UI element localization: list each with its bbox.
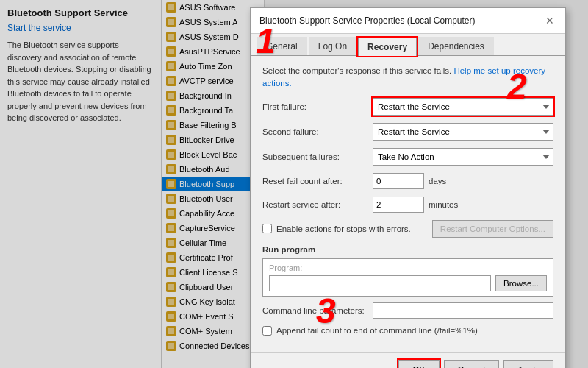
second-failure-row: Second failure: Restart the Service Take…: [262, 123, 553, 141]
append-label: Append fail count to end of command line…: [276, 326, 478, 335]
reset-fail-control: days: [373, 173, 553, 189]
restart-service-label: Restart service after:: [262, 200, 373, 209]
restart-service-input[interactable]: [373, 197, 424, 213]
properties-dialog: Bluetooth Support Service Properties (Lo…: [250, 7, 566, 368]
enable-actions-checkbox[interactable]: [262, 224, 272, 233]
cmd-params-row: Command line parameters:: [262, 302, 553, 319]
first-failure-select[interactable]: Restart the Service Take No Action Run a…: [373, 98, 553, 116]
tab-recovery[interactable]: Recovery: [358, 38, 417, 56]
reset-fail-row: Reset fail count after: days: [262, 173, 553, 189]
modal-overlay: Bluetooth Support Service Properties (Lo…: [0, 0, 588, 368]
restart-service-control: minutes: [373, 197, 553, 213]
cancel-button[interactable]: Cancel: [444, 360, 499, 369]
program-label: Program:: [269, 263, 547, 272]
tab-bar: General Log On Recovery Dependencies: [251, 34, 565, 56]
run-program-title: Run program: [262, 245, 553, 254]
subsequent-failure-label: Subsequent failures:: [262, 152, 373, 161]
first-failure-label: First failure:: [262, 102, 373, 111]
browse-button[interactable]: Browse...: [495, 275, 547, 291]
restart-service-unit: minutes: [429, 200, 458, 209]
recovery-help-link[interactable]: Help me set up recovery actions.: [262, 66, 545, 88]
cmd-params-input[interactable]: [373, 302, 553, 319]
tab-general[interactable]: General: [257, 37, 307, 55]
enable-actions-row: Enable actions for stops with errors. Re…: [262, 220, 553, 238]
second-failure-select[interactable]: Restart the Service Take No Action: [373, 123, 553, 141]
reset-fail-label: Reset fail count after:: [262, 177, 373, 185]
append-checkbox[interactable]: [262, 326, 272, 336]
subsequent-failure-select[interactable]: Take No Action Restart the Service: [373, 148, 553, 166]
close-button[interactable]: ✕: [543, 14, 556, 27]
first-failure-control: Restart the Service Take No Action Run a…: [373, 98, 553, 116]
second-failure-control: Restart the Service Take No Action: [373, 123, 553, 141]
run-program-box: Program: Browse...: [262, 258, 553, 297]
cmd-params-label: Command line parameters:: [262, 306, 373, 315]
append-row: Append fail count to end of command line…: [262, 326, 553, 336]
restart-computer-btn[interactable]: Restart Computer Options...: [432, 220, 553, 238]
subsequent-failure-control: Take No Action Restart the Service: [373, 148, 553, 166]
program-row: Browse...: [269, 275, 547, 291]
tab-logon[interactable]: Log On: [309, 37, 356, 55]
dialog-title: Bluetooth Support Service Properties (Lo…: [259, 15, 475, 26]
intro-text: Select the computer's response if this s…: [262, 65, 553, 91]
program-input[interactable]: [269, 275, 491, 291]
enable-actions-label: Enable actions for stops with errors.: [276, 224, 411, 233]
reset-fail-unit: days: [429, 177, 446, 185]
reset-fail-input[interactable]: [373, 173, 424, 189]
ok-button[interactable]: OK: [398, 360, 439, 369]
dialog-content: Select the computer's response if this s…: [251, 56, 565, 352]
apply-button[interactable]: Apply: [503, 360, 553, 369]
tab-dependencies[interactable]: Dependencies: [418, 37, 494, 55]
first-failure-row: First failure: Restart the Service Take …: [262, 98, 553, 116]
dialog-footer: OK Cancel Apply: [251, 352, 565, 369]
restart-service-row: Restart service after: minutes: [262, 197, 553, 213]
subsequent-failure-row: Subsequent failures: Take No Action Rest…: [262, 148, 553, 166]
second-failure-label: Second failure:: [262, 127, 373, 136]
cmd-params-control: [373, 302, 553, 319]
dialog-titlebar: Bluetooth Support Service Properties (Lo…: [251, 8, 565, 34]
